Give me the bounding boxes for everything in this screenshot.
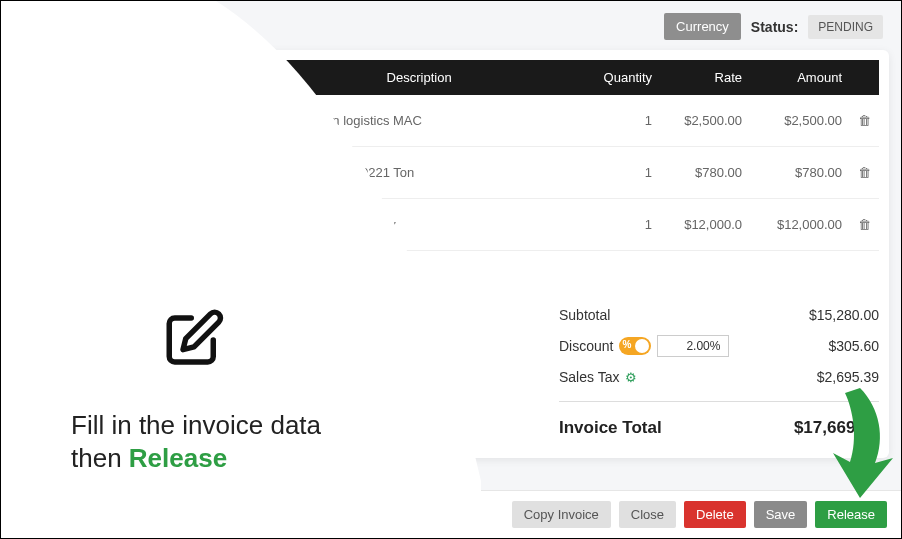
salestax-value: $2,695.39 <box>817 369 879 385</box>
currency-button[interactable]: Currency <box>664 13 741 40</box>
col-rate: Rate <box>660 60 750 95</box>
copy-invoice-button[interactable]: Copy Invoice <box>512 501 611 528</box>
trash-icon[interactable]: 🗑 <box>850 199 879 251</box>
trash-icon[interactable]: 🗑 <box>850 95 879 147</box>
subtotal-value: $15,280.00 <box>809 307 879 323</box>
salestax-label: Sales Tax <box>559 369 619 385</box>
row-quantity[interactable]: 1 <box>590 95 660 147</box>
save-button[interactable]: Save <box>754 501 808 528</box>
row-amount: $2,500.00 <box>750 95 850 147</box>
invoice-total-label: Invoice Total <box>559 418 662 438</box>
col-amount: Amount <box>750 60 850 95</box>
row-quantity[interactable]: 1 <box>590 147 660 199</box>
col-quantity: Quantity <box>590 60 660 95</box>
trash-icon[interactable]: 🗑 <box>850 147 879 199</box>
edit-icon <box>161 307 227 373</box>
row-rate[interactable]: $12,000.0 <box>660 199 750 251</box>
arrow-icon <box>825 388 895 498</box>
delete-button[interactable]: Delete <box>684 501 746 528</box>
release-button[interactable]: Release <box>815 501 887 528</box>
row-rate[interactable]: $2,500.00 <box>660 95 750 147</box>
discount-input[interactable] <box>657 335 729 357</box>
callout-line2-em: Release <box>129 443 227 473</box>
callout-line1: Fill in the invoice data <box>71 409 321 442</box>
status-label: Status: <box>751 19 798 35</box>
row-rate[interactable]: $780.00 <box>660 147 750 199</box>
discount-toggle[interactable]: % <box>619 337 651 355</box>
status-badge: PENDING <box>808 15 883 39</box>
callout-line2-pre: then <box>71 443 129 473</box>
subtotal-label: Subtotal <box>559 307 610 323</box>
row-quantity[interactable]: 1 <box>590 199 660 251</box>
discount-label: Discount <box>559 338 613 354</box>
row-amount: $12,000.00 <box>750 199 850 251</box>
percent-icon: % <box>622 339 631 350</box>
gear-icon[interactable]: ⚙ <box>625 370 637 385</box>
row-amount: $780.00 <box>750 147 850 199</box>
close-button[interactable]: Close <box>619 501 676 528</box>
discount-value: $305.60 <box>828 338 879 354</box>
callout-text: Fill in the invoice data then Release <box>71 409 321 474</box>
